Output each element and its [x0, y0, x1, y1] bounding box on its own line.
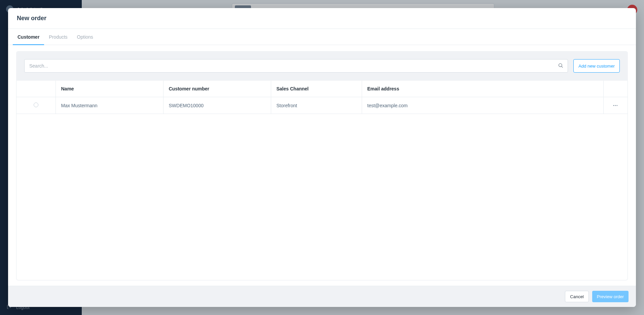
modal-title: New order [8, 8, 636, 29]
column-actions [603, 81, 628, 97]
cell-name: Max Mustermann [56, 97, 163, 114]
radio-unselected-icon[interactable] [34, 103, 38, 107]
preview-order-button[interactable]: Preview order [592, 291, 629, 302]
table-row[interactable]: Max Mustermann SWDEMO10000 Storefront te… [16, 97, 628, 114]
more-actions-icon[interactable]: ··· [613, 103, 618, 108]
tab-products[interactable]: Products [44, 29, 72, 45]
row-select-cell[interactable] [16, 97, 56, 114]
customer-table: Name Customer number Sales Channel Email… [16, 81, 628, 280]
cell-actions[interactable]: ··· [603, 97, 628, 114]
modal-body: Add new customer Name Customer number [8, 45, 636, 286]
column-customer-number[interactable]: Customer number [163, 81, 271, 97]
cell-email: test@example.com [362, 97, 603, 114]
tab-options[interactable]: Options [72, 29, 98, 45]
column-email[interactable]: Email address [362, 81, 603, 97]
search-wrap [24, 59, 568, 73]
column-select [16, 81, 56, 97]
modal-footer: Cancel Preview order [8, 286, 636, 307]
tab-customer[interactable]: Customer [13, 29, 44, 45]
add-new-customer-button[interactable]: Add new customer [573, 59, 620, 73]
customer-search-input[interactable] [24, 59, 568, 73]
table-header-row: Name Customer number Sales Channel Email… [16, 81, 628, 97]
cell-customer-number: SWDEMO10000 [163, 97, 271, 114]
cell-sales-channel: Storefront [271, 97, 362, 114]
cancel-button[interactable]: Cancel [565, 291, 588, 302]
search-panel: Add new customer [16, 51, 628, 81]
column-sales-channel[interactable]: Sales Channel [271, 81, 362, 97]
column-name[interactable]: Name [56, 81, 163, 97]
new-order-modal: New order Customer Products Options Add … [8, 8, 636, 307]
modal-tabs: Customer Products Options [8, 29, 636, 45]
